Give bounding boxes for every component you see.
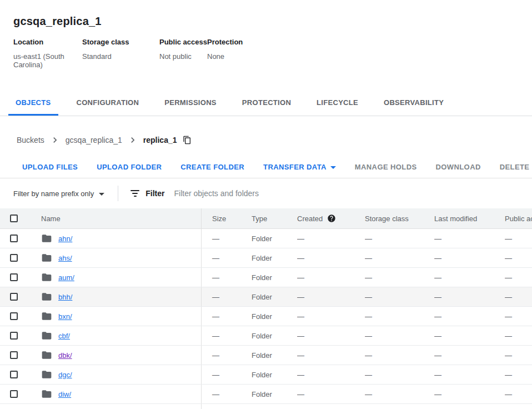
row-checkbox[interactable]: [10, 293, 18, 301]
folder-link[interactable]: cbf/: [58, 332, 70, 340]
cell-type: Folder: [252, 254, 297, 262]
filter-input[interactable]: [174, 189, 532, 198]
row-checkbox[interactable]: [10, 390, 18, 398]
toolbar-button[interactable]: MANAGE HOLDS: [355, 163, 417, 171]
filter-list-icon: [131, 190, 139, 197]
cell-public-access: —: [505, 390, 532, 398]
cell-public-access: —: [505, 312, 532, 321]
cell-storage-class: —: [365, 312, 434, 321]
tab-label: OBSERVABILITY: [384, 98, 444, 107]
toolbar-button[interactable]: UPLOAD FOLDER: [97, 163, 162, 171]
tab[interactable]: CONFIGURATION: [69, 89, 147, 116]
cell-size: —: [202, 235, 252, 243]
tab[interactable]: OBSERVABILITY: [377, 89, 451, 116]
filter-label: Filter: [145, 189, 164, 198]
column-header-created: Created: [297, 214, 365, 223]
help-icon[interactable]: [327, 214, 336, 223]
chevron-right-icon: [127, 134, 138, 146]
tab[interactable]: PROTECTION: [235, 89, 298, 116]
select-all-checkbox[interactable]: [10, 215, 18, 222]
folder-icon: [41, 350, 52, 361]
column-header-size: Size: [202, 215, 252, 223]
cell-type: Folder: [252, 312, 297, 321]
bucket-meta: Location us-east1 (South Carolina) Stora…: [13, 38, 532, 69]
bucket-tabs: OBJECTS CONFIGURATION PERMISSIONS PROTEC…: [0, 89, 532, 116]
folder-icon: [41, 311, 52, 322]
folder-icon: [41, 233, 52, 244]
breadcrumb-item: replica_1: [143, 136, 177, 144]
cell-created: —: [297, 254, 365, 262]
cell-public-access: —: [505, 293, 532, 301]
row-checkbox[interactable]: [10, 273, 18, 281]
folder-link[interactable]: ahs/: [58, 254, 72, 262]
row-checkbox[interactable]: [10, 332, 18, 340]
cell-size: —: [202, 332, 252, 340]
toolbar-button[interactable]: CREATE FOLDER: [180, 163, 244, 171]
cell-created: —: [297, 390, 365, 398]
cell-type: Folder: [252, 293, 297, 301]
row-checkbox[interactable]: [10, 235, 18, 242]
cell-created: —: [297, 351, 365, 360]
breadcrumb-link[interactable]: gcsqa_replica_1: [66, 136, 122, 144]
column-header-public-access: Public access: [505, 215, 532, 223]
table-row: bxn/ — Folder — — — —: [0, 307, 532, 326]
breadcrumb-link[interactable]: replica_1: [143, 136, 177, 144]
breadcrumb: Buckets gcsqa_replica_1 replica_1: [0, 116, 532, 156]
toolbar-button[interactable]: UPLOAD FILES: [22, 163, 78, 171]
row-checkbox[interactable]: [10, 312, 18, 320]
tab[interactable]: OBJECTS: [8, 89, 58, 116]
row-checkbox[interactable]: [10, 351, 18, 359]
cell-last-modified: —: [434, 332, 505, 340]
cell-storage-class: —: [365, 254, 434, 262]
tab-label: LIFECYCLE: [317, 98, 358, 107]
cell-storage-class: —: [365, 351, 434, 360]
meta-label: Location: [13, 38, 82, 46]
folder-link[interactable]: bhh/: [58, 293, 72, 301]
cell-storage-class: —: [365, 235, 434, 243]
cell-public-access: —: [505, 254, 532, 262]
cell-public-access: —: [505, 371, 532, 379]
folder-link[interactable]: aum/: [58, 273, 74, 282]
cell-public-access: —: [505, 235, 532, 243]
cell-storage-class: —: [365, 332, 434, 340]
row-checkbox[interactable]: [10, 371, 18, 378]
cell-created: —: [297, 293, 365, 301]
toolbar-button[interactable]: TRANSFER DATA: [263, 163, 336, 171]
toolbar-button[interactable]: DOWNLOAD: [436, 163, 481, 171]
folder-link[interactable]: bxn/: [58, 312, 72, 321]
row-checkbox[interactable]: [10, 254, 18, 262]
folder-icon: [41, 252, 52, 263]
folder-link[interactable]: dbk/: [58, 351, 72, 360]
tab-label: CONFIGURATION: [77, 98, 139, 107]
tab-label: PERMISSIONS: [164, 98, 217, 107]
column-header-last-modified: Last modified: [434, 215, 505, 223]
column-header-storage-class: Storage class: [365, 215, 434, 223]
folder-link[interactable]: ahn/: [58, 235, 72, 243]
cell-size: —: [202, 371, 252, 379]
cell-storage-class: —: [365, 390, 434, 398]
column-header-name: Name: [31, 208, 202, 228]
cell-last-modified: —: [434, 312, 505, 321]
cell-size: —: [202, 312, 252, 321]
folder-icon: [41, 330, 52, 341]
column-header-type: Type: [252, 215, 297, 223]
cell-last-modified: —: [434, 371, 505, 379]
meta-value: None: [207, 52, 243, 61]
tab[interactable]: PERMISSIONS: [157, 89, 224, 116]
meta-item: Public access Not public: [159, 38, 207, 69]
folder-link[interactable]: dgc/: [58, 371, 72, 379]
cell-storage-class: —: [365, 371, 434, 379]
filter-mode-selector[interactable]: Filter by name prefix only: [13, 189, 104, 198]
cell-last-modified: —: [434, 273, 505, 282]
cell-public-access: —: [505, 332, 532, 340]
cell-type: Folder: [252, 371, 297, 379]
table-row: ahs/ — Folder — — — —: [0, 248, 532, 268]
breadcrumb-link[interactable]: Buckets: [17, 136, 44, 144]
table-row: bhh/ — Folder — — — —: [0, 287, 532, 307]
folder-link[interactable]: diw/: [58, 390, 71, 398]
copy-path-button[interactable]: [183, 136, 192, 144]
cell-created: —: [297, 273, 365, 282]
filter-bar: Filter by name prefix only Filter: [0, 178, 532, 208]
toolbar-button[interactable]: DELETE: [500, 163, 530, 171]
tab[interactable]: LIFECYCLE: [309, 89, 365, 116]
